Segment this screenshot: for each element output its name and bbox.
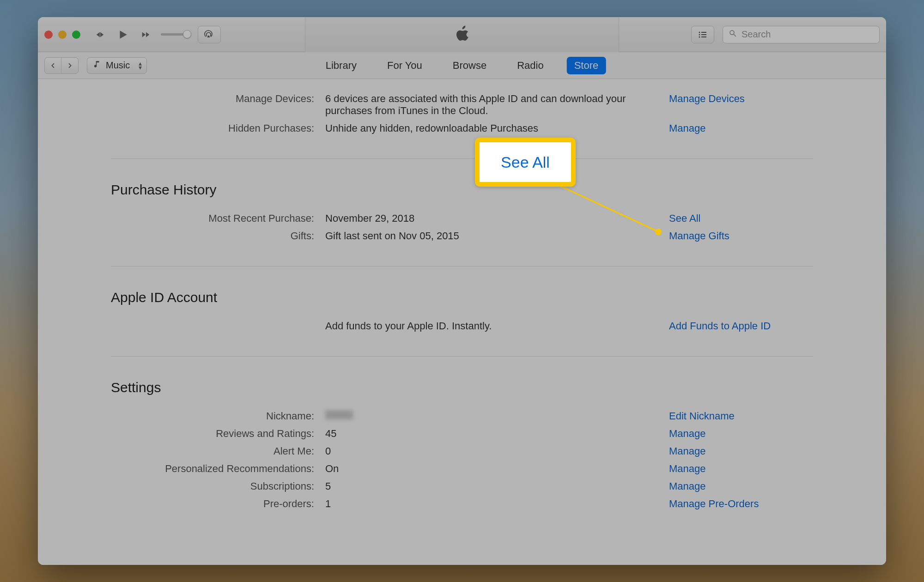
airplay-button[interactable]	[198, 26, 221, 43]
nav-tabs: Library For You Browse Radio Store	[318, 57, 606, 74]
label-preorders: Pre-orders:	[111, 498, 314, 510]
value-personalized-recs: On	[325, 463, 658, 475]
tab-radio[interactable]: Radio	[510, 57, 551, 74]
callout-target-dot	[655, 229, 662, 235]
section-purchase-history: Purchase History Most Recent Purchase: N…	[111, 159, 813, 267]
link-manage-hidden-purchases[interactable]: Manage	[669, 122, 706, 134]
section-apple-id-account: Apple ID Account Add funds to your Apple…	[111, 267, 813, 357]
label-subscriptions: Subscriptions:	[111, 480, 314, 492]
nav-history-arrows	[44, 57, 79, 74]
tab-library[interactable]: Library	[318, 57, 364, 74]
row-manage-devices: Manage Devices: 6 devices are associated…	[111, 90, 813, 120]
row-hidden-purchases: Hidden Purchases: Unhide any hidden, red…	[111, 120, 813, 137]
svg-point-0	[699, 31, 700, 33]
row-most-recent-purchase: Most Recent Purchase: November 29, 2018 …	[111, 210, 813, 227]
value-add-funds: Add funds to your Apple ID. Instantly.	[325, 320, 658, 332]
label-gifts: Gifts:	[111, 230, 314, 242]
search-icon	[729, 29, 737, 40]
svg-point-2	[699, 34, 700, 35]
row-gifts: Gifts: Gift last sent on Nov 05, 2015 Ma…	[111, 227, 813, 245]
heading-purchase-history: Purchase History	[111, 182, 813, 198]
navbar: Music ▴▾ Library For You Browse Radio St…	[38, 52, 886, 79]
label-reviews-ratings: Reviews and Ratings:	[111, 428, 314, 440]
minimize-window[interactable]	[58, 30, 67, 39]
callout-label: See All	[501, 153, 550, 171]
media-source-label: Music	[106, 60, 130, 71]
row-nickname: Nickname: Edit Nickname	[111, 407, 813, 425]
row-add-funds: Add funds to your Apple ID. Instantly. A…	[111, 317, 813, 335]
search-input[interactable]	[742, 29, 874, 40]
forward-button[interactable]	[140, 30, 152, 40]
svg-rect-5	[701, 36, 706, 37]
heading-apple-id-account: Apple ID Account	[111, 290, 813, 305]
label-manage-devices: Manage Devices:	[111, 93, 314, 117]
rewind-button[interactable]	[93, 30, 106, 40]
titlebar-right	[691, 26, 880, 43]
svg-rect-1	[701, 32, 706, 33]
up-next-button[interactable]	[691, 26, 714, 43]
value-alert-me: 0	[325, 445, 658, 457]
link-manage-subscriptions[interactable]: Manage	[669, 480, 706, 492]
value-subscriptions: 5	[325, 480, 658, 492]
row-personalized-recs: Personalized Recommendations: On Manage	[111, 460, 813, 478]
zoom-window[interactable]	[72, 30, 80, 39]
chevron-updown-icon: ▴▾	[139, 61, 142, 69]
value-most-recent-purchase: November 29, 2018	[325, 212, 658, 224]
media-source-selector[interactable]: Music ▴▾	[87, 57, 147, 74]
row-reviews-ratings: Reviews and Ratings: 45 Manage	[111, 425, 813, 443]
close-window[interactable]	[44, 30, 53, 39]
svg-point-6	[730, 30, 734, 35]
section-settings: Settings Nickname: Edit Nickname Reviews…	[111, 357, 813, 534]
link-manage-devices[interactable]: Manage Devices	[669, 93, 745, 104]
nav-forward-button[interactable]	[61, 58, 78, 73]
link-manage-gifts[interactable]: Manage Gifts	[669, 230, 729, 242]
callout-see-all: See All	[475, 138, 576, 187]
value-nickname-redacted	[325, 410, 353, 419]
row-preorders: Pre-orders: 1 Manage Pre-Orders	[111, 495, 813, 513]
tab-browse[interactable]: Browse	[445, 57, 494, 74]
search-field[interactable]	[723, 26, 880, 43]
music-note-icon	[93, 60, 101, 71]
value-reviews-ratings: 45	[325, 428, 658, 440]
play-button[interactable]	[116, 30, 129, 40]
link-add-funds[interactable]: Add Funds to Apple ID	[669, 320, 771, 332]
heading-settings: Settings	[111, 380, 813, 395]
volume-slider[interactable]	[161, 33, 188, 36]
section-itunes-cloud: Manage Devices: 6 devices are associated…	[111, 79, 813, 159]
link-manage-alerts[interactable]: Manage	[669, 445, 706, 457]
tab-store[interactable]: Store	[567, 57, 606, 74]
value-manage-devices: 6 devices are associated with this Apple…	[325, 93, 658, 117]
label-alert-me: Alert Me:	[111, 445, 314, 457]
svg-point-4	[699, 36, 700, 37]
value-gifts: Gift last sent on Nov 05, 2015	[325, 230, 658, 242]
window-traffic-lights	[44, 30, 80, 39]
label-personalized-recs: Personalized Recommendations:	[111, 463, 314, 475]
titlebar	[38, 17, 886, 52]
account-page: Manage Devices: 6 devices are associated…	[38, 79, 886, 565]
link-see-all-purchases[interactable]: See All	[669, 212, 701, 224]
nav-back-button[interactable]	[45, 58, 61, 73]
link-manage-recs[interactable]: Manage	[669, 463, 706, 474]
link-manage-reviews[interactable]: Manage	[669, 428, 706, 439]
tab-for-you[interactable]: For You	[380, 57, 430, 74]
label-add-funds	[111, 320, 314, 332]
apple-logo-icon	[454, 24, 470, 45]
svg-line-7	[734, 34, 736, 36]
link-edit-nickname[interactable]: Edit Nickname	[669, 410, 735, 422]
label-nickname: Nickname:	[111, 410, 314, 422]
value-hidden-purchases: Unhide any hidden, redownloadable Purcha…	[325, 122, 658, 134]
link-manage-preorders[interactable]: Manage Pre-Orders	[669, 498, 759, 509]
itunes-window: Music ▴▾ Library For You Browse Radio St…	[38, 17, 886, 565]
value-preorders: 1	[325, 498, 658, 510]
playback-controls	[93, 30, 152, 40]
row-alert-me: Alert Me: 0 Manage	[111, 443, 813, 460]
svg-rect-3	[701, 34, 706, 35]
label-most-recent-purchase: Most Recent Purchase:	[111, 212, 314, 224]
row-subscriptions: Subscriptions: 5 Manage	[111, 478, 813, 495]
label-hidden-purchases: Hidden Purchases:	[111, 122, 314, 134]
now-playing-area	[305, 17, 619, 52]
